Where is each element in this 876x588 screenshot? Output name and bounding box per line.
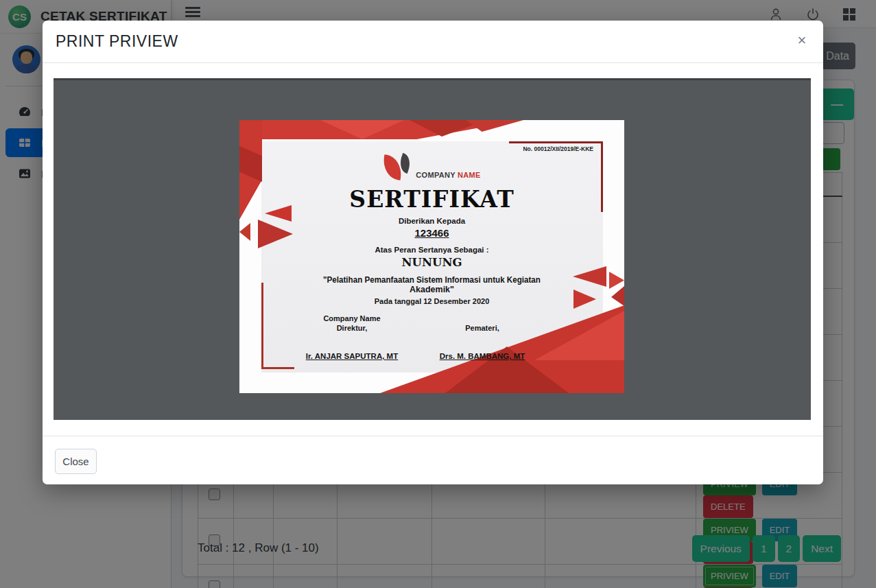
certificate-number: No. 00012/XII/2019/E-KKE xyxy=(523,145,593,152)
leaf-logo-icon xyxy=(383,153,418,179)
event-title-line2: Akademik" xyxy=(239,285,624,294)
recipient-id: 123466 xyxy=(239,227,624,239)
role-label: Atas Peran Sertanya Sebagai : xyxy=(239,246,624,254)
modal-header: PRINT PRIVIEW × xyxy=(43,21,823,63)
event-title-line1: "Pelatihan Pemanfaatan Sistem Informasi … xyxy=(253,275,611,285)
deco-top-tip xyxy=(466,120,523,132)
deco-bottom-left-bracket-h xyxy=(261,367,294,369)
company-logo-text: COMPANY NAME xyxy=(416,171,480,179)
event-date: Pada tanggal 12 Desember 2020 xyxy=(239,297,624,305)
given-to-label: Diberikan Kepada xyxy=(239,217,624,225)
signature-left-name: Ir. ANJAR SAPUTRA, MT xyxy=(294,352,410,360)
certificate-preview-container: No. 00012/XII/2019/E-KKE COMPANY NAME SE… xyxy=(54,78,811,420)
certificate-title: SERTIFIKAT xyxy=(239,186,624,213)
deco-bottom-left-bracket-v xyxy=(261,283,263,369)
company-logo: COMPANY NAME xyxy=(239,153,624,179)
recipient-name: NUNUNG xyxy=(239,256,624,269)
close-button[interactable]: Close xyxy=(55,449,97,474)
print-preview-modal: PRINT PRIVIEW × No. 00012/XII xyxy=(43,21,823,484)
modal-footer: Close xyxy=(43,436,823,436)
signature-left-org: Company Name xyxy=(294,314,410,322)
modal-title: PRINT PRIVIEW xyxy=(56,32,178,51)
close-icon[interactable]: × xyxy=(792,30,812,51)
signature-right-title: Pemateri, xyxy=(424,324,541,332)
deco-top-right-bracket-h xyxy=(509,141,603,143)
certificate: No. 00012/XII/2019/E-KKE COMPANY NAME SE… xyxy=(239,120,624,393)
signature-right-name: Drs. M. BAMBANG, MT xyxy=(424,352,541,360)
signature-left-title: Direktur, xyxy=(294,324,410,332)
